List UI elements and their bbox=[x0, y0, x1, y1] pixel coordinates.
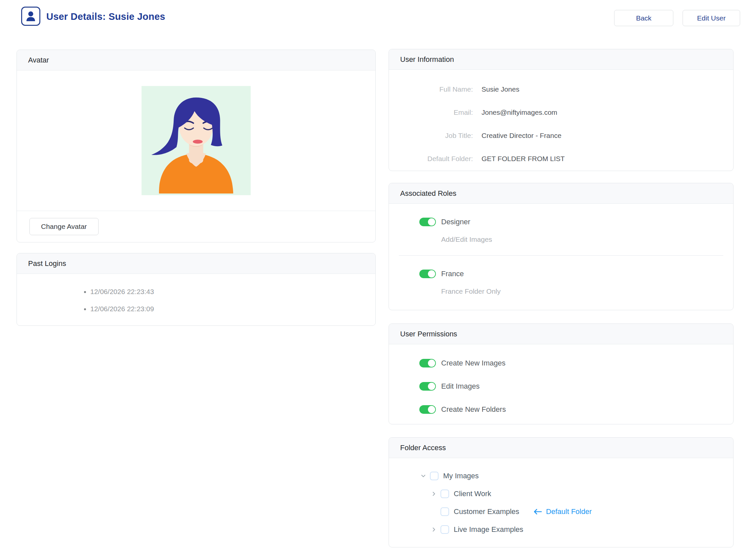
past-logins-title: Past Logins bbox=[17, 253, 375, 274]
past-logins-list: 12/06/2026 22:23:43 12/06/2026 22:23:09 bbox=[17, 288, 375, 313]
info-row-job-title: Job Title: Creative Director - France bbox=[389, 124, 733, 147]
france-role-toggle[interactable] bbox=[419, 270, 436, 278]
permission-name: Edit Images bbox=[441, 382, 480, 391]
info-label: Email: bbox=[389, 109, 482, 116]
change-avatar-button[interactable]: Change Avatar bbox=[29, 218, 98, 235]
past-login-entry: 12/06/2026 22:23:09 bbox=[90, 305, 375, 313]
info-row-email: Email: Jones@niftyimages.com bbox=[389, 101, 733, 124]
user-information-card: User Information Full Name: Susie Jones … bbox=[389, 49, 733, 171]
tree-folder-label[interactable]: Customer Examples bbox=[454, 507, 519, 516]
role-description: Add/Edit Images bbox=[441, 235, 733, 243]
user-details-page: User Details: Susie Jones Back Edit User… bbox=[0, 0, 756, 557]
avatar-image bbox=[142, 86, 251, 195]
role-name: Designer bbox=[441, 217, 470, 226]
create-new-folders-toggle[interactable] bbox=[419, 405, 436, 414]
live-image-examples-checkbox[interactable] bbox=[441, 525, 449, 534]
permission-row-create-new-images: Create New Images bbox=[419, 359, 733, 368]
avatar-card: Avatar bbox=[17, 50, 376, 242]
info-row-default-folder: Default Folder: GET FOLDER FROM LIST bbox=[389, 147, 733, 170]
chevron-right-icon[interactable] bbox=[430, 526, 438, 533]
user-icon bbox=[21, 7, 40, 26]
tree-row-customer-examples: Customer Examples Default Folder bbox=[430, 506, 733, 517]
avatar-image-area bbox=[17, 70, 375, 211]
info-row-full-name: Full Name: Susie Jones bbox=[389, 78, 733, 101]
role-row-designer: Designer bbox=[419, 217, 733, 226]
caret-spacer bbox=[430, 508, 438, 516]
edit-images-toggle[interactable] bbox=[419, 382, 436, 391]
role-row-france: France bbox=[419, 270, 733, 278]
client-work-checkbox[interactable] bbox=[441, 490, 449, 498]
info-label: Job Title: bbox=[389, 131, 482, 140]
avatar-card-footer: Change Avatar bbox=[17, 211, 375, 242]
info-value: Susie Jones bbox=[482, 85, 519, 93]
associated-roles-title: Associated Roles bbox=[389, 183, 733, 204]
user-permissions-card: User Permissions Create New Images Edit … bbox=[389, 323, 733, 424]
customer-examples-checkbox[interactable] bbox=[441, 507, 449, 516]
chevron-down-icon[interactable] bbox=[419, 472, 427, 480]
folder-access-card: Folder Access My Images Client Work Cus bbox=[389, 437, 733, 548]
user-information-title: User Information bbox=[389, 49, 733, 70]
arrow-left-icon bbox=[533, 508, 542, 515]
user-permissions-title: User Permissions bbox=[389, 324, 733, 344]
permission-name: Create New Images bbox=[441, 359, 505, 368]
roles-divider bbox=[399, 255, 723, 256]
avatar-card-title: Avatar bbox=[17, 50, 375, 70]
tree-folder-label[interactable]: Live Image Examples bbox=[454, 525, 523, 534]
past-logins-card: Past Logins 12/06/2026 22:23:43 12/06/20… bbox=[17, 253, 376, 326]
folder-access-title: Folder Access bbox=[389, 438, 733, 458]
designer-role-toggle[interactable] bbox=[419, 217, 436, 226]
role-description: France Folder Only bbox=[441, 287, 733, 295]
default-folder-label: Default Folder bbox=[546, 507, 592, 516]
tree-folder-label[interactable]: Client Work bbox=[454, 490, 491, 498]
my-images-checkbox[interactable] bbox=[430, 472, 439, 480]
default-folder-indicator[interactable]: Default Folder bbox=[533, 507, 592, 516]
permission-row-create-new-folders: Create New Folders bbox=[419, 405, 733, 414]
info-value: Jones@niftyimages.com bbox=[482, 109, 557, 116]
edit-user-button[interactable]: Edit User bbox=[683, 10, 740, 26]
create-new-images-toggle[interactable] bbox=[419, 359, 436, 368]
permission-name: Create New Folders bbox=[441, 405, 506, 414]
info-label: Default Folder: bbox=[389, 155, 482, 163]
page-title: User Details: Susie Jones bbox=[46, 11, 165, 22]
tree-row-client-work: Client Work bbox=[430, 489, 733, 499]
back-button[interactable]: Back bbox=[614, 10, 673, 26]
info-value: Creative Director - France bbox=[482, 131, 562, 140]
tree-row-live-image-examples: Live Image Examples bbox=[430, 524, 733, 535]
chevron-right-icon[interactable] bbox=[430, 490, 438, 498]
permission-row-edit-images: Edit Images bbox=[419, 382, 733, 391]
tree-row-my-images: My Images bbox=[419, 471, 733, 481]
info-value: GET FOLDER FROM LIST bbox=[482, 155, 565, 163]
role-name: France bbox=[441, 270, 464, 278]
past-login-entry: 12/06/2026 22:23:43 bbox=[90, 288, 375, 296]
associated-roles-card: Associated Roles Designer Add/Edit Image… bbox=[389, 183, 733, 310]
user-icon-glyph bbox=[26, 10, 36, 22]
tree-folder-label[interactable]: My Images bbox=[443, 472, 479, 480]
info-label: Full Name: bbox=[389, 85, 482, 93]
